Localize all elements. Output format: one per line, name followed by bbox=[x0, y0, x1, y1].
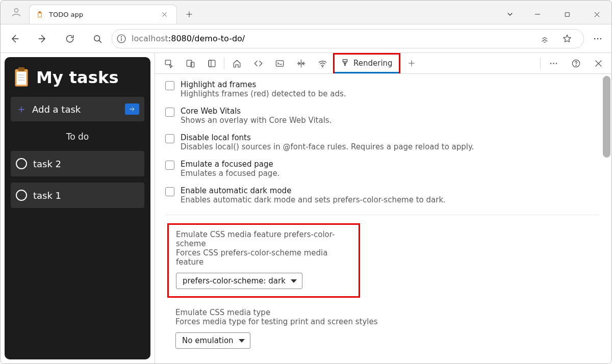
dock-side-icon[interactable] bbox=[201, 53, 222, 73]
svg-rect-3 bbox=[38, 13, 41, 17]
select-value: No emulation bbox=[182, 336, 234, 345]
option-title: Highlight ad frames bbox=[181, 80, 346, 89]
task-checkbox-icon[interactable] bbox=[16, 190, 27, 201]
favicon-clipboard-icon bbox=[36, 11, 44, 19]
block-desc: Forces CSS prefers-color-scheme media fe… bbox=[176, 248, 351, 273]
read-aloud-icon[interactable] bbox=[537, 31, 553, 47]
svg-rect-2 bbox=[39, 11, 41, 13]
checkbox[interactable] bbox=[165, 108, 174, 117]
option-highlight-ad: Highlight ad frames Highlights frames (r… bbox=[165, 77, 598, 103]
svg-point-13 bbox=[600, 38, 602, 39]
divider bbox=[224, 57, 224, 69]
svg-point-30 bbox=[555, 63, 557, 64]
svg-point-28 bbox=[550, 63, 551, 64]
option-auto-dark-mode: Enable automatic dark mode Enables autom… bbox=[165, 183, 598, 210]
block-title: Emulate CSS media feature prefers-color-… bbox=[176, 230, 351, 248]
inspect-element-icon[interactable] bbox=[158, 53, 180, 73]
forward-button[interactable] bbox=[29, 29, 56, 49]
url-rest: :8080/demo-to-do/ bbox=[168, 34, 245, 43]
select-value: prefers-color-scheme: dark bbox=[183, 276, 286, 285]
welcome-tab-icon[interactable] bbox=[226, 53, 247, 73]
browser-menu-button[interactable] bbox=[585, 29, 610, 49]
divider bbox=[165, 215, 598, 215]
svg-rect-25 bbox=[276, 60, 283, 66]
svg-rect-20 bbox=[165, 60, 170, 65]
profile-avatar-icon[interactable] bbox=[11, 7, 22, 18]
address-bar[interactable]: localhost:8080/demo-to-do/ bbox=[112, 29, 584, 48]
svg-point-32 bbox=[575, 65, 576, 65]
network-tab-icon[interactable] bbox=[312, 53, 333, 73]
option-core-web-vitals: Core Web Vitals Shows an overlay with Co… bbox=[165, 103, 598, 130]
task-item[interactable]: task 1 bbox=[11, 183, 144, 208]
option-disable-local-fonts: Disable local fonts Disables local() sou… bbox=[165, 130, 598, 157]
media-type-select[interactable]: No emulation bbox=[175, 332, 250, 349]
svg-point-26 bbox=[300, 62, 301, 64]
app-header: My tasks bbox=[11, 67, 144, 88]
devtools-close-icon[interactable] bbox=[587, 53, 609, 73]
svg-rect-24 bbox=[209, 60, 211, 67]
rendering-tab[interactable]: Rendering bbox=[333, 53, 400, 73]
scrollbar-thumb[interactable] bbox=[603, 76, 610, 158]
svg-point-11 bbox=[594, 38, 596, 39]
url-text: localhost:8080/demo-to-do/ bbox=[132, 34, 245, 43]
task-label: task 1 bbox=[33, 190, 61, 201]
svg-rect-5 bbox=[565, 12, 569, 16]
add-task-input[interactable]: ＋ Add a task bbox=[11, 97, 144, 121]
console-tab-icon[interactable] bbox=[269, 53, 290, 73]
title-bar: TODO app bbox=[1, 1, 611, 24]
section-todo-label: To do bbox=[11, 132, 144, 142]
tab-close-icon[interactable] bbox=[158, 9, 170, 21]
close-window-icon[interactable] bbox=[582, 5, 611, 24]
svg-rect-23 bbox=[209, 60, 215, 67]
checkbox[interactable] bbox=[165, 161, 174, 170]
svg-point-10 bbox=[121, 36, 122, 37]
svg-point-29 bbox=[553, 63, 554, 64]
device-emulation-icon[interactable] bbox=[180, 53, 201, 73]
task-item[interactable]: task 2 bbox=[11, 151, 144, 176]
svg-point-12 bbox=[597, 38, 599, 39]
emulate-media-type-block: Emulate CSS media type Forces media type… bbox=[175, 308, 598, 349]
devtools-toolbar: Rendering bbox=[155, 53, 611, 74]
option-desc: Shows an overlay with Core Web Vitals. bbox=[181, 116, 332, 125]
minimize-icon[interactable] bbox=[523, 5, 552, 24]
new-tab-button[interactable] bbox=[179, 5, 199, 24]
tab-dropdown-button[interactable] bbox=[497, 5, 523, 24]
content-area: My tasks ＋ Add a task To do task 2 bbox=[1, 53, 611, 363]
svg-line-7 bbox=[99, 40, 101, 42]
more-tools-button[interactable] bbox=[400, 53, 423, 73]
devtools-more-icon[interactable] bbox=[542, 53, 565, 73]
submit-arrow-icon[interactable] bbox=[125, 103, 139, 115]
emulate-color-scheme-block: Emulate CSS media feature prefers-color-… bbox=[167, 223, 360, 298]
rendering-panel-body[interactable]: Highlight ad frames Highlights frames (r… bbox=[155, 74, 611, 363]
elements-tab-icon[interactable] bbox=[247, 53, 269, 73]
option-desc: Disables local() sources in @font-face r… bbox=[181, 142, 474, 151]
help-icon[interactable] bbox=[565, 53, 587, 73]
browser-window: TODO app bbox=[0, 0, 612, 364]
color-scheme-select[interactable]: prefers-color-scheme: dark bbox=[176, 273, 302, 289]
paint-brush-icon bbox=[341, 58, 349, 69]
maximize-icon[interactable] bbox=[552, 5, 582, 24]
refresh-button[interactable] bbox=[57, 29, 83, 49]
task-checkbox-icon[interactable] bbox=[16, 158, 27, 169]
site-info-icon[interactable] bbox=[116, 34, 126, 44]
option-title: Core Web Vitals bbox=[181, 107, 332, 116]
checkbox[interactable] bbox=[165, 187, 174, 196]
browser-tab[interactable]: TODO app bbox=[29, 5, 177, 24]
add-task-placeholder: Add a task bbox=[32, 104, 120, 115]
sources-tab-icon[interactable] bbox=[290, 53, 312, 73]
back-button[interactable] bbox=[2, 29, 28, 49]
favorite-star-icon[interactable] bbox=[559, 31, 575, 47]
url-host: localhost bbox=[132, 34, 168, 43]
checkbox[interactable] bbox=[165, 81, 174, 90]
svg-point-0 bbox=[14, 9, 18, 12]
task-list: task 2 task 1 bbox=[11, 151, 144, 208]
divider bbox=[540, 57, 541, 69]
devtools-panel: Rendering bbox=[155, 53, 611, 363]
plus-icon: ＋ bbox=[16, 103, 27, 115]
option-desc: Emulates a focused page. bbox=[181, 169, 279, 178]
svg-rect-16 bbox=[17, 72, 27, 85]
svg-rect-15 bbox=[18, 67, 25, 71]
checkbox[interactable] bbox=[165, 134, 174, 143]
search-icon[interactable] bbox=[84, 29, 111, 49]
clipboard-icon bbox=[14, 67, 29, 88]
